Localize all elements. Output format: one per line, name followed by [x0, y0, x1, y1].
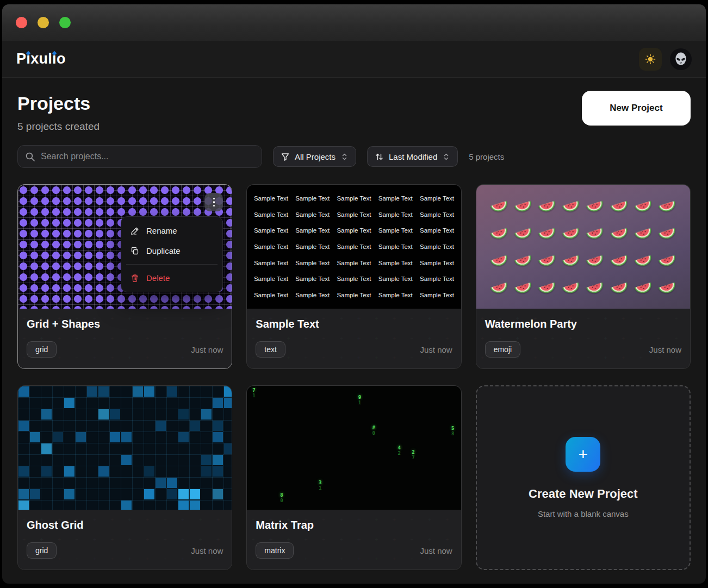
close-window-button[interactable]	[16, 17, 27, 28]
watermelon-slice-icon	[536, 198, 558, 215]
watermelon-slice-icon	[656, 198, 678, 215]
watermelon-slice-icon	[488, 225, 510, 242]
card-footer: ++++++++++++++++++++++++++++++++++++++++…	[247, 510, 461, 570]
sun-icon	[645, 54, 656, 65]
project-thumbnail	[476, 185, 690, 309]
watermelon-slice-icon	[512, 252, 534, 269]
watermelon-slice-icon	[632, 252, 654, 269]
main-content: Projects 5 projects created New Project …	[2, 78, 706, 584]
watermelon-slice-icon	[488, 279, 510, 296]
project-count: 5 projects	[469, 152, 504, 161]
project-tag: grid	[27, 542, 57, 559]
sort-dropdown[interactable]: Last Modified	[367, 146, 458, 167]
user-avatar[interactable]	[670, 48, 692, 70]
watermelon-slice-icon	[608, 198, 630, 215]
project-tag: grid	[27, 341, 57, 358]
watermelon-slice-icon	[632, 225, 654, 242]
project-title: Ghost Grid	[27, 519, 223, 531]
create-card-subtitle: Start with a blank canvas	[538, 509, 629, 518]
project-time: Just now	[191, 345, 223, 354]
watermelon-slice-icon	[560, 225, 582, 242]
project-time: Just now	[420, 546, 452, 555]
project-card-watermelon-party[interactable]: ++++++++++++++++++++++++++++++++++++++++…	[476, 184, 691, 369]
watermelon-slice-icon	[512, 225, 534, 242]
watermelon-slice-icon	[512, 198, 534, 215]
card-footer: ++++++++++++++++++++++++++++++++++++++++…	[247, 309, 461, 368]
card-footer: ++++++++++++++++++++++++++++++++++++++++…	[18, 309, 232, 368]
menu-item-duplicate[interactable]: Duplicate	[125, 241, 219, 261]
project-card-matrix-trap[interactable]: 7191#05842273180 +++++++++++++++++++++++…	[246, 385, 461, 570]
project-title: Grid + Shapes	[27, 318, 223, 330]
theme-toggle-button[interactable]	[639, 48, 662, 71]
menu-item-label: Rename	[146, 226, 177, 235]
filter-dropdown[interactable]: All Projects	[273, 146, 356, 167]
new-project-button[interactable]: New Project	[582, 91, 691, 126]
menu-item-label: Delete	[146, 273, 170, 283]
search-icon	[25, 152, 35, 162]
project-grid: Rename Duplicate Delete	[17, 184, 691, 584]
watermelon-slice-icon	[585, 225, 606, 242]
page-subtitle: 5 projects created	[17, 121, 100, 133]
page-title: Projects	[17, 93, 100, 114]
chevron-updown-icon	[341, 153, 348, 161]
minimize-window-button[interactable]	[38, 17, 49, 28]
filter-funnel-icon	[281, 153, 289, 161]
copy-icon	[131, 247, 139, 255]
project-card-grid-shapes[interactable]: Rename Duplicate Delete	[17, 184, 232, 369]
watermelon-slice-icon	[632, 198, 654, 215]
titlebar	[2, 4, 706, 41]
watermelon-slice-icon	[560, 252, 582, 269]
project-thumbnail: 7191#05842273180	[247, 386, 461, 510]
watermelon-slice-icon	[512, 279, 534, 296]
watermelon-slice-icon	[488, 198, 510, 215]
project-tag: matrix	[256, 542, 294, 559]
project-card-sample-text[interactable]: Sample TextSample TextSample TextSample …	[246, 184, 461, 369]
watermelon-slice-icon	[585, 279, 606, 296]
header-actions	[639, 48, 692, 71]
watermelon-slice-icon	[656, 225, 678, 242]
watermelon-slice-icon	[585, 198, 606, 215]
menu-item-label: Duplicate	[146, 246, 181, 255]
search-box	[17, 145, 262, 168]
filter-dropdown-label: All Projects	[295, 152, 336, 161]
alien-avatar-icon	[673, 52, 688, 67]
page-head: Projects 5 projects created New Project	[17, 91, 691, 133]
create-card-title: Create New Project	[529, 487, 638, 501]
toolbar: All Projects Last Modified 5 projects	[17, 145, 691, 168]
zoom-window-button[interactable]	[59, 17, 71, 28]
project-tag: emoji	[485, 341, 520, 358]
context-menu: Rename Duplicate Delete	[121, 216, 223, 292]
app-logo: Pıxulıo	[16, 51, 66, 67]
card-footer: ++++++++++++++++++++++++++++++++++++++++…	[18, 510, 232, 570]
create-new-project-card[interactable]: + Create New Project Start with a blank …	[476, 385, 691, 570]
menu-item-rename[interactable]: Rename	[125, 221, 219, 241]
watermelon-slice-icon	[585, 252, 606, 269]
card-menu-button[interactable]	[204, 193, 223, 211]
watermelon-slice-icon	[560, 279, 582, 296]
watermelon-slice-icon	[656, 279, 678, 296]
card-footer: ++++++++++++++++++++++++++++++++++++++++…	[476, 309, 690, 368]
watermelon-slice-icon	[608, 225, 630, 242]
watermelon-slice-icon	[632, 279, 654, 296]
project-card-ghost-grid[interactable]: ++++++++++++++++++++++++++++++++++++++++…	[17, 385, 232, 570]
watermelon-slice-icon	[656, 252, 678, 269]
menu-item-delete[interactable]: Delete	[125, 268, 219, 288]
project-title: Watermelon Party	[485, 318, 681, 330]
sort-dropdown-label: Last Modified	[389, 152, 437, 161]
project-time: Just now	[191, 546, 223, 555]
project-thumbnail: Sample TextSample TextSample TextSample …	[247, 185, 461, 309]
project-title: Matrix Trap	[256, 519, 452, 531]
project-time: Just now	[420, 345, 452, 354]
watermelon-slice-icon	[608, 279, 630, 296]
watermelon-slice-icon	[536, 225, 558, 242]
plus-icon: +	[566, 437, 600, 472]
search-input[interactable]	[41, 152, 254, 161]
app-header: Pıxulıo	[2, 41, 706, 78]
sort-arrows-icon	[375, 153, 383, 161]
project-thumbnail	[18, 386, 232, 510]
watermelon-slice-icon	[536, 252, 558, 269]
chevron-updown-icon	[443, 153, 450, 161]
menu-divider	[126, 264, 218, 265]
watermelon-slice-icon	[536, 279, 558, 296]
project-tag: text	[256, 341, 285, 358]
